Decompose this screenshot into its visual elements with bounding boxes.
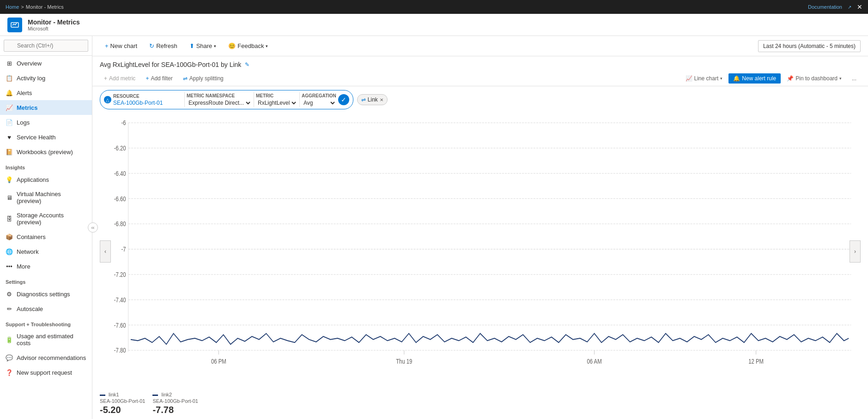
svg-text:-6.60: -6.60 (114, 195, 126, 203)
apply-splitting-label: Apply splitting (189, 75, 224, 82)
field-divider-2 (254, 92, 254, 107)
link-tag[interactable]: ⇌ Link ✕ (357, 94, 388, 105)
sidebar-item-usage-costs[interactable]: 🔋 Usage and estimated costs (0, 329, 92, 350)
storage-icon: 🗄 (6, 215, 13, 222)
main-toolbar: + New chart ↻ Refresh ⬆ Share ▾ 😊 Feedba… (92, 36, 868, 56)
share-button[interactable]: ⬆ Share ▾ (184, 40, 222, 52)
ellipsis-icon: ... (852, 75, 856, 82)
namespace-select[interactable]: ExpressRoute Direct... (187, 99, 252, 107)
top-breadcrumb-bar: Home > Monitor - Metrics Documentation ↗… (0, 0, 868, 14)
sidebar-item-network[interactable]: 🌐 Network (0, 244, 92, 259)
new-chart-label: New chart (110, 42, 138, 49)
add-filter-label: Add filter (151, 75, 172, 82)
metric-select[interactable]: RxLightLevel (256, 99, 297, 107)
sidebar-item-containers[interactable]: 📦 Containers (0, 229, 92, 244)
refresh-button[interactable]: ↻ Refresh (144, 40, 182, 52)
add-metric-label: Add metric (109, 75, 135, 82)
aggregation-select[interactable]: Avg (302, 99, 336, 107)
monitor-icon (11, 21, 19, 29)
new-chart-button[interactable]: + New chart (100, 40, 142, 52)
external-link-icon: ↗ (848, 5, 851, 10)
namespace-label: METRIC NAMESPACE (187, 93, 252, 98)
svg-text:-6: -6 (121, 119, 126, 127)
time-range-label: Last 24 hours (Automatic - 5 minutes) (763, 43, 856, 49)
sidebar-toggle[interactable]: ‹‹ (88, 222, 98, 233)
app-header: Monitor - Metrics Microsoft (0, 14, 868, 36)
sidebar-label-containers: Containers (17, 233, 46, 240)
sidebar-label-metrics: Metrics (17, 104, 38, 111)
autoscale-icon: ✏ (6, 305, 13, 312)
book-icon: 📔 (6, 148, 13, 156)
legend-resource-link1: SEA-100Gb-Port-01 (100, 398, 145, 404)
support-icon: ❓ (6, 369, 13, 376)
sidebar-item-vms[interactable]: 🖥 Virtual Machines (preview) (0, 187, 92, 208)
resource-field-group: RESOURCE (113, 94, 182, 106)
sidebar-item-metrics[interactable]: 📈 Metrics (0, 100, 92, 115)
svg-text:-7.80: -7.80 (114, 347, 126, 354)
confirm-metric-button[interactable]: ✓ (338, 94, 349, 105)
legend-item-link1: link1 SEA-100Gb-Port-01 -5.20 (100, 392, 145, 415)
linechart-icon: 📈 (686, 75, 692, 82)
chart-nav-right[interactable]: › (850, 240, 861, 263)
sidebar-item-applications[interactable]: 💡 Applications (0, 172, 92, 187)
time-range-button[interactable]: Last 24 hours (Automatic - 5 minutes) (758, 40, 861, 52)
sidebar-item-more[interactable]: ••• More (0, 259, 92, 274)
remove-link-tag-icon[interactable]: ✕ (380, 97, 383, 102)
field-divider-1 (184, 92, 185, 107)
legend-label-link2: link2 (152, 392, 198, 397)
toolbar-right: Last 24 hours (Automatic - 5 minutes) (758, 40, 861, 52)
chart-icon: 📈 (6, 104, 13, 111)
svg-text:-7: -7 (121, 245, 126, 253)
feedback-button[interactable]: 😊 Feedback ▾ (223, 40, 273, 52)
sidebar-item-overview[interactable]: ⊞ Overview (0, 56, 92, 71)
chart-title-bar: Avg RxLightLevel for SEA-100Gb-Port-01 b… (92, 56, 868, 71)
metric-pill: △ RESOURCE METRIC NAMESPACE ExpressRoute… (100, 90, 353, 109)
sidebar-label-autoscale: Autoscale (17, 305, 43, 312)
sidebar-item-support-request[interactable]: ❓ New support request (0, 365, 92, 380)
svg-text:12 PM: 12 PM (748, 358, 764, 365)
grid-icon: ⊞ (6, 60, 13, 67)
add-metric-button[interactable]: + Add metric (100, 73, 140, 84)
sidebar-label-overview: Overview (17, 60, 42, 67)
bell-icon: 🔔 (6, 89, 13, 96)
doc-link[interactable]: Documentation (808, 4, 842, 10)
sidebar-item-workbooks[interactable]: 📔 Workbooks (preview) (0, 144, 92, 159)
sidebar-label-vms: Virtual Machines (preview) (17, 191, 86, 204)
sidebar-label-more: More (17, 263, 30, 270)
metric-field-group: METRIC RxLightLevel (256, 93, 297, 107)
split-icon: ⇌ (183, 75, 188, 82)
alert-icon: 🔔 (733, 75, 740, 82)
close-btn[interactable]: ✕ (857, 3, 862, 11)
chart-container: ‹ › -6 (92, 113, 868, 390)
pin-to-dashboard-button[interactable]: 📌 Pin to dashboard ▾ (783, 73, 846, 84)
sidebar-item-logs[interactable]: 📄 Logs (0, 115, 92, 130)
app-logo (7, 18, 22, 32)
top-bar-right: Documentation ↗ ✕ (808, 3, 862, 11)
metric-pill-icon: △ (104, 96, 111, 103)
apply-splitting-button[interactable]: ⇌ Apply splitting (179, 73, 228, 84)
sidebar-label-network: Network (17, 248, 39, 255)
sidebar-item-advisor[interactable]: 💬 Advisor recommendations (0, 350, 92, 365)
sidebar-item-alerts[interactable]: 🔔 Alerts (0, 85, 92, 100)
vm-icon: 🖥 (6, 194, 13, 201)
chart-type-button[interactable]: 📈 Line chart ▾ (681, 73, 727, 84)
sidebar-item-autoscale[interactable]: ✏ Autoscale (0, 301, 92, 316)
sidebar-item-service-health[interactable]: ♥ Service Health (0, 130, 92, 144)
sidebar-label-service-health: Service Health (17, 134, 56, 141)
svg-text:Thu 19: Thu 19 (396, 358, 412, 365)
add-filter-button[interactable]: + Add filter (141, 73, 176, 84)
svg-text:-7.40: -7.40 (114, 296, 126, 304)
chart-nav-left[interactable]: ‹ (100, 240, 111, 263)
sidebar-item-storage[interactable]: 🗄 Storage Accounts (preview) (0, 208, 92, 229)
sidebar-item-diagnostics[interactable]: ⚙ Diagnostics settings (0, 287, 92, 301)
sidebar-wrapper: 🔍 ⊞ Overview 📋 Activity log 🔔 Alerts 📈 M… (0, 36, 92, 419)
resource-input[interactable] (113, 100, 182, 106)
feedback-label: Feedback (237, 42, 264, 49)
edit-title-icon[interactable]: ✎ (245, 61, 249, 68)
search-input[interactable] (4, 40, 88, 52)
more-options-button[interactable]: ... (848, 73, 861, 84)
new-alert-rule-button[interactable]: 🔔 New alert rule (728, 73, 781, 84)
sidebar-item-activity-log[interactable]: 📋 Activity log (0, 71, 92, 85)
breadcrumb-home[interactable]: Home (6, 4, 19, 10)
field-divider-3 (299, 92, 300, 107)
